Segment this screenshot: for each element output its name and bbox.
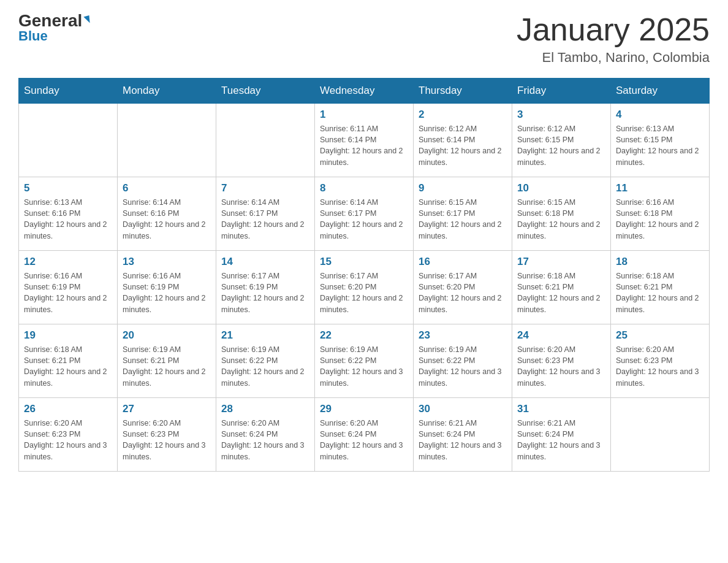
day-number: 6 [123, 182, 211, 194]
day-info: Sunrise: 6:19 AMSunset: 6:21 PMDaylight:… [123, 344, 211, 389]
day-info: Sunrise: 6:16 AMSunset: 6:19 PMDaylight:… [24, 270, 112, 315]
calendar-cell: 16Sunrise: 6:17 AMSunset: 6:20 PMDayligh… [414, 251, 512, 324]
day-info: Sunrise: 6:20 AMSunset: 6:23 PMDaylight:… [123, 418, 211, 462]
calendar-cell [118, 104, 216, 177]
calendar-cell: 30Sunrise: 6:21 AMSunset: 6:24 PMDayligh… [414, 398, 512, 472]
day-number: 4 [616, 109, 704, 121]
day-info: Sunrise: 6:20 AMSunset: 6:23 PMDaylight:… [616, 344, 704, 389]
calendar-cell: 28Sunrise: 6:20 AMSunset: 6:24 PMDayligh… [216, 398, 315, 472]
day-number: 11 [616, 182, 704, 194]
day-info: Sunrise: 6:12 AMSunset: 6:15 PMDaylight:… [517, 123, 605, 168]
day-info: Sunrise: 6:12 AMSunset: 6:14 PMDaylight:… [419, 123, 507, 168]
day-header-monday: Monday [118, 79, 216, 104]
day-number: 18 [616, 256, 704, 268]
calendar-cell: 6Sunrise: 6:14 AMSunset: 6:16 PMDaylight… [118, 177, 216, 251]
calendar-cell: 17Sunrise: 6:18 AMSunset: 6:21 PMDayligh… [512, 251, 611, 324]
day-number: 15 [320, 256, 408, 268]
calendar-cell: 8Sunrise: 6:14 AMSunset: 6:17 PMDaylight… [315, 177, 414, 251]
calendar-cell: 18Sunrise: 6:18 AMSunset: 6:21 PMDayligh… [611, 251, 710, 324]
logo-blue-text: Blue [18, 28, 48, 44]
calendar-cell: 24Sunrise: 6:20 AMSunset: 6:23 PMDayligh… [512, 324, 611, 398]
day-number: 21 [221, 329, 309, 342]
day-number: 31 [517, 403, 605, 415]
day-info: Sunrise: 6:19 AMSunset: 6:22 PMDaylight:… [419, 344, 507, 389]
day-info: Sunrise: 6:20 AMSunset: 6:23 PMDaylight:… [24, 418, 112, 462]
calendar-cell: 27Sunrise: 6:20 AMSunset: 6:23 PMDayligh… [118, 398, 216, 472]
day-info: Sunrise: 6:11 AMSunset: 6:14 PMDaylight:… [320, 123, 408, 168]
calendar-cell: 4Sunrise: 6:13 AMSunset: 6:15 PMDaylight… [611, 104, 710, 177]
day-info: Sunrise: 6:14 AMSunset: 6:17 PMDaylight:… [221, 197, 309, 242]
calendar-cell: 29Sunrise: 6:20 AMSunset: 6:24 PMDayligh… [315, 398, 414, 472]
logo-general-text: General [18, 12, 89, 29]
day-info: Sunrise: 6:18 AMSunset: 6:21 PMDaylight:… [616, 270, 704, 315]
calendar-cell: 7Sunrise: 6:14 AMSunset: 6:17 PMDaylight… [216, 177, 315, 251]
day-header-saturday: Saturday [611, 79, 710, 104]
calendar-cell: 5Sunrise: 6:13 AMSunset: 6:16 PMDaylight… [19, 177, 118, 251]
day-number: 8 [320, 182, 408, 194]
calendar-header-row: SundayMondayTuesdayWednesdayThursdayFrid… [19, 79, 710, 104]
day-number: 3 [517, 109, 605, 121]
calendar-cell: 15Sunrise: 6:17 AMSunset: 6:20 PMDayligh… [315, 251, 414, 324]
calendar-cell: 14Sunrise: 6:17 AMSunset: 6:19 PMDayligh… [216, 251, 315, 324]
day-info: Sunrise: 6:14 AMSunset: 6:16 PMDaylight:… [123, 197, 211, 242]
day-info: Sunrise: 6:18 AMSunset: 6:21 PMDaylight:… [24, 344, 112, 389]
day-info: Sunrise: 6:17 AMSunset: 6:19 PMDaylight:… [221, 270, 309, 315]
day-header-sunday: Sunday [19, 79, 118, 104]
day-info: Sunrise: 6:15 AMSunset: 6:17 PMDaylight:… [419, 197, 507, 242]
day-info: Sunrise: 6:13 AMSunset: 6:16 PMDaylight:… [24, 197, 112, 242]
day-info: Sunrise: 6:17 AMSunset: 6:20 PMDaylight:… [419, 270, 507, 315]
day-number: 25 [616, 329, 704, 342]
calendar-cell: 13Sunrise: 6:16 AMSunset: 6:19 PMDayligh… [118, 251, 216, 324]
calendar-cell: 3Sunrise: 6:12 AMSunset: 6:15 PMDaylight… [512, 104, 611, 177]
calendar-cell [19, 104, 118, 177]
calendar-cell: 1Sunrise: 6:11 AMSunset: 6:14 PMDaylight… [315, 104, 414, 177]
page-header: General Blue January 2025 El Tambo, Nari… [18, 12, 710, 66]
day-header-thursday: Thursday [414, 79, 512, 104]
day-number: 24 [517, 329, 605, 342]
day-info: Sunrise: 6:21 AMSunset: 6:24 PMDaylight:… [419, 418, 507, 462]
calendar-cell [216, 104, 315, 177]
day-number: 13 [123, 256, 211, 268]
day-number: 2 [419, 109, 507, 121]
calendar-week-row: 12Sunrise: 6:16 AMSunset: 6:19 PMDayligh… [19, 251, 710, 324]
day-number: 14 [221, 256, 309, 268]
day-header-wednesday: Wednesday [315, 79, 414, 104]
day-number: 26 [24, 403, 112, 415]
day-number: 19 [24, 329, 112, 342]
calendar-week-row: 19Sunrise: 6:18 AMSunset: 6:21 PMDayligh… [19, 324, 710, 398]
day-info: Sunrise: 6:14 AMSunset: 6:17 PMDaylight:… [320, 197, 408, 242]
day-number: 17 [517, 256, 605, 268]
calendar-cell: 23Sunrise: 6:19 AMSunset: 6:22 PMDayligh… [414, 324, 512, 398]
calendar-week-row: 5Sunrise: 6:13 AMSunset: 6:16 PMDaylight… [19, 177, 710, 251]
calendar-cell: 12Sunrise: 6:16 AMSunset: 6:19 PMDayligh… [19, 251, 118, 324]
calendar-cell: 9Sunrise: 6:15 AMSunset: 6:17 PMDaylight… [414, 177, 512, 251]
calendar-week-row: 1Sunrise: 6:11 AMSunset: 6:14 PMDaylight… [19, 104, 710, 177]
calendar-week-row: 26Sunrise: 6:20 AMSunset: 6:23 PMDayligh… [19, 398, 710, 472]
logo: General Blue [18, 12, 89, 44]
calendar-cell [611, 398, 710, 472]
calendar-cell: 22Sunrise: 6:19 AMSunset: 6:22 PMDayligh… [315, 324, 414, 398]
title-block: January 2025 El Tambo, Narino, Colombia [517, 12, 710, 66]
day-info: Sunrise: 6:20 AMSunset: 6:24 PMDaylight:… [221, 418, 309, 462]
day-info: Sunrise: 6:21 AMSunset: 6:24 PMDaylight:… [517, 418, 605, 462]
day-number: 23 [419, 329, 507, 342]
day-info: Sunrise: 6:19 AMSunset: 6:22 PMDaylight:… [320, 344, 408, 389]
day-number: 12 [24, 256, 112, 268]
day-info: Sunrise: 6:16 AMSunset: 6:19 PMDaylight:… [123, 270, 211, 315]
day-info: Sunrise: 6:19 AMSunset: 6:22 PMDaylight:… [221, 344, 309, 389]
calendar-cell: 11Sunrise: 6:16 AMSunset: 6:18 PMDayligh… [611, 177, 710, 251]
calendar-subtitle: El Tambo, Narino, Colombia [517, 50, 710, 66]
calendar-cell: 20Sunrise: 6:19 AMSunset: 6:21 PMDayligh… [118, 324, 216, 398]
day-number: 1 [320, 109, 408, 121]
day-number: 20 [123, 329, 211, 342]
calendar-title: January 2025 [517, 12, 710, 47]
day-number: 22 [320, 329, 408, 342]
day-info: Sunrise: 6:18 AMSunset: 6:21 PMDaylight:… [517, 270, 605, 315]
day-info: Sunrise: 6:16 AMSunset: 6:18 PMDaylight:… [616, 197, 704, 242]
calendar-cell: 2Sunrise: 6:12 AMSunset: 6:14 PMDaylight… [414, 104, 512, 177]
day-number: 28 [221, 403, 309, 415]
day-number: 7 [221, 182, 309, 194]
day-number: 9 [419, 182, 507, 194]
calendar-cell: 31Sunrise: 6:21 AMSunset: 6:24 PMDayligh… [512, 398, 611, 472]
logo-arrow-icon [84, 15, 90, 25]
